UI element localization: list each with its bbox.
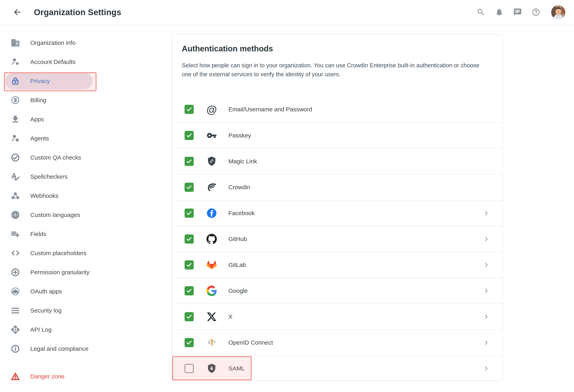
user-avatar[interactable] — [551, 4, 566, 20]
sidebar-item-webhooks[interactable]: Webhooks — [0, 186, 171, 205]
search-button[interactable] — [476, 7, 486, 17]
notifications-button[interactable] — [494, 7, 504, 17]
sidebar-item-label: Billing — [30, 97, 46, 104]
sidebar-item-label: Permission granularity — [30, 269, 89, 276]
auth-method-row-google[interactable]: Google — [172, 278, 502, 304]
sidebar-item-api-log[interactable]: API Log — [0, 320, 171, 339]
person-gear-icon — [11, 57, 20, 67]
auth-method-label: GitLab — [228, 261, 246, 268]
check-circle-icon — [11, 153, 20, 162]
sidebar-item-security-log[interactable]: Security log — [0, 301, 171, 320]
checked-checkbox[interactable] — [184, 209, 194, 218]
auth-methods-list: @Email/Username and PasswordPasskeyMagic… — [172, 97, 502, 381]
key-icon — [206, 130, 217, 141]
page-title: Organization Settings — [34, 8, 121, 17]
bell-icon — [495, 8, 504, 17]
auth-method-label: Email/Username and Password — [228, 106, 312, 113]
help-icon — [532, 8, 540, 17]
back-arrow-icon — [13, 8, 22, 17]
sidebar-item-legal-and-compliance[interactable]: Legal and compliance — [0, 339, 171, 358]
auth-method-label: Crowdin — [228, 184, 250, 191]
sidebar-item-apps[interactable]: Apps — [0, 110, 171, 129]
lock-icon — [11, 76, 20, 86]
sidebar-item-agents[interactable]: Agents — [0, 129, 171, 148]
checked-checkbox[interactable] — [184, 338, 194, 347]
cloud-circle-icon — [11, 287, 20, 296]
info-icon — [11, 344, 20, 353]
app-header: Organization Settings — [0, 0, 574, 25]
sidebar-item-privacy[interactable]: Privacy — [0, 72, 171, 91]
auth-method-label: SAML — [228, 365, 245, 372]
github-icon — [206, 234, 217, 245]
auth-method-label: Passkey — [228, 132, 251, 139]
messages-button[interactable] — [512, 7, 523, 17]
auth-method-row-magic-link: Magic Link — [172, 148, 502, 174]
api-icon — [11, 325, 20, 334]
auth-method-row-facebook[interactable]: Facebook — [172, 200, 502, 226]
chevron-right-icon[interactable] — [482, 313, 490, 321]
chevron-right-icon[interactable] — [482, 235, 490, 243]
sidebar-item-permission-granularity[interactable]: Permission granularity — [0, 263, 171, 282]
auth-method-row-crowdin: Crowdin — [172, 174, 502, 200]
sidebar-item-fields[interactable]: Fields — [0, 224, 171, 244]
chevron-right-icon[interactable] — [482, 261, 490, 269]
sidebar-item-account-defaults[interactable]: Account Defaults — [0, 52, 171, 72]
sidebar-item-label: API Log — [30, 326, 52, 333]
search-icon — [476, 8, 485, 17]
sidebar-item-spellcheckers[interactable]: Spellcheckers — [0, 167, 171, 186]
checked-checkbox[interactable] — [184, 312, 194, 321]
spellcheck-icon — [11, 172, 20, 181]
sidebar-item-label: Custom QA checks — [30, 154, 81, 161]
checked-checkbox[interactable] — [184, 131, 194, 140]
sidebar-item-label: Apps — [30, 116, 44, 123]
chat-icon — [513, 8, 522, 17]
crowdin-icon — [206, 182, 217, 193]
chevron-right-icon[interactable] — [482, 287, 490, 295]
sidebar-item-label: Spellcheckers — [30, 173, 68, 180]
sidebar-item-label: Danger zone — [30, 373, 64, 380]
checked-checkbox[interactable] — [184, 183, 194, 192]
sidebar-item-label: Organization info — [30, 39, 76, 46]
sidebar-item-billing[interactable]: $Billing — [0, 91, 171, 110]
sidebar-item-label: Custom placeholders — [30, 250, 86, 256]
chevron-right-icon[interactable] — [482, 209, 490, 217]
header-actions — [476, 4, 566, 20]
shield-lock-icon — [206, 363, 217, 374]
back-button[interactable] — [12, 7, 22, 18]
checked-checkbox[interactable] — [184, 260, 194, 270]
auth-methods-card: Authentication methods Select how people… — [171, 34, 503, 381]
help-button[interactable] — [531, 7, 541, 17]
auth-method-label: Google — [228, 287, 248, 294]
auth-method-label: X — [228, 313, 232, 320]
chevron-right-icon[interactable] — [482, 339, 490, 347]
sidebar-item-oauth-apps[interactable]: OAuth apps — [0, 282, 171, 301]
sidebar-item-label: Security log — [30, 307, 62, 314]
sidebar-item-label: Privacy — [30, 78, 50, 84]
chevron-right-icon[interactable] — [482, 365, 490, 372]
auth-method-row-gitlab[interactable]: GitLab — [172, 252, 502, 278]
sidebar-item-label: OAuth apps — [30, 288, 62, 295]
openid-icon — [206, 337, 217, 348]
sidebar-item-custom-placeholders[interactable]: Custom placeholders — [0, 244, 171, 263]
auth-method-row-passkey: Passkey — [172, 122, 502, 148]
auth-method-row-x[interactable]: X — [172, 304, 502, 330]
building-icon — [11, 38, 20, 48]
checked-checkbox[interactable] — [184, 286, 194, 295]
gitlab-icon — [206, 259, 217, 271]
plus-circle-icon — [11, 268, 20, 277]
google-icon — [206, 285, 217, 296]
sidebar-item-organization-info[interactable]: Organization info — [0, 33, 171, 52]
checked-checkbox[interactable] — [184, 235, 194, 244]
warning-icon — [11, 372, 20, 381]
checked-checkbox[interactable] — [184, 105, 194, 114]
auth-method-row-openid-connect[interactable]: OpenID Connect — [172, 330, 502, 355]
auth-method-row-saml[interactable]: SAML — [172, 355, 502, 381]
auth-method-row-github[interactable]: GitHub — [172, 226, 502, 252]
unchecked-checkbox[interactable] — [184, 364, 194, 373]
sidebar-item-danger-zone[interactable]: Danger zone — [0, 367, 171, 386]
checked-checkbox[interactable] — [184, 157, 194, 166]
shield-link-icon — [206, 156, 217, 167]
sidebar-item-custom-languages[interactable]: Custom languages — [0, 205, 171, 224]
sidebar-item-custom-qa-checks[interactable]: Custom QA checks — [0, 148, 171, 167]
x-icon — [206, 311, 217, 322]
